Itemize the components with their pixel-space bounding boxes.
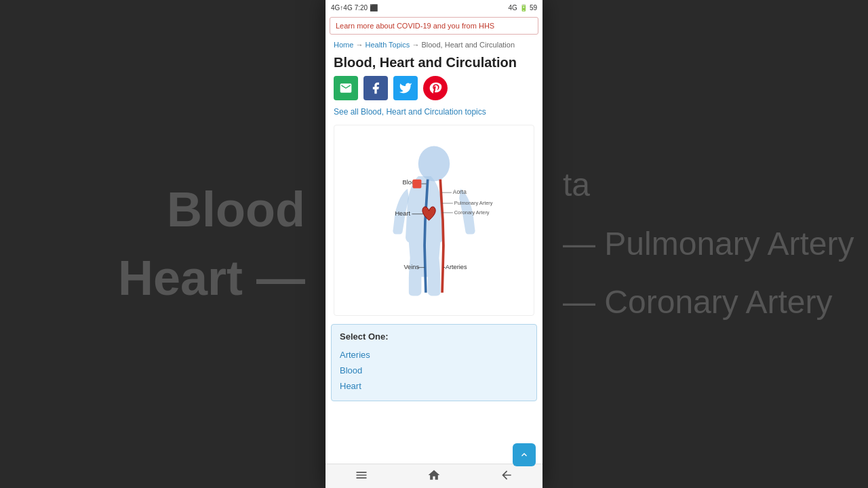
scroll-to-top-button[interactable]	[513, 443, 536, 466]
breadcrumb-current: Blood, Heart and Circulation	[421, 41, 515, 49]
covid-banner-text: Learn more about COVID-19 and you from H…	[336, 22, 494, 30]
status-left: 4G↑4G 7:20 ⬛	[331, 4, 378, 12]
camera-icon: ⬛	[370, 4, 378, 12]
main-content: Home → Health Topics → Blood, Heart and …	[326, 37, 542, 464]
select-box: Select One: Arteries Blood Heart	[331, 324, 537, 401]
bg-right-text: ta — Pulmonary Artery — Coronary Artery	[563, 156, 854, 331]
phone-frame: 4G↑4G 7:20 ⬛ 4G 🔋 59 Learn more about CO…	[326, 0, 542, 488]
anatomy-diagram: Blood 🩸 Blood Heart Aorta Pulmonary Arte…	[334, 125, 534, 316]
background-left: Blood Heart —	[0, 0, 326, 488]
twitter-share-button[interactable]	[393, 76, 418, 100]
svg-text:Coronary Artery: Coronary Artery	[454, 209, 490, 216]
body-illustration: Blood 🩸 Blood Heart Aorta Pulmonary Arte…	[346, 132, 522, 308]
pinterest-share-button[interactable]	[423, 76, 448, 100]
back-nav-button[interactable]	[500, 468, 513, 485]
email-icon	[339, 81, 353, 95]
background-right: ta — Pulmonary Artery — Coronary Artery	[542, 0, 868, 488]
email-share-button[interactable]	[334, 76, 358, 100]
time-display: 7:20	[355, 4, 368, 12]
svg-text:Pulmonary Artery: Pulmonary Artery	[454, 200, 493, 206]
pinterest-icon	[429, 81, 442, 95]
signal-indicator: 4G↑4G	[331, 4, 353, 12]
select-item-arteries[interactable]: Arteries	[340, 347, 528, 363]
facebook-icon	[369, 81, 382, 95]
select-label: Select One:	[340, 331, 528, 342]
menu-nav-button[interactable]	[355, 468, 368, 485]
page-title: Blood, Heart and Circulation	[326, 52, 542, 76]
status-bar: 4G↑4G 7:20 ⬛ 4G 🔋 59	[326, 0, 542, 15]
see-all-link[interactable]: See all Blood, Heart and Circulation top…	[326, 107, 542, 125]
breadcrumb: Home → Health Topics → Blood, Heart and …	[326, 37, 542, 52]
breadcrumb-health-topics[interactable]: Health Topics	[365, 41, 410, 49]
twitter-icon	[399, 81, 412, 95]
facebook-share-button[interactable]	[363, 76, 388, 100]
svg-text:Heart: Heart	[395, 210, 410, 217]
covid-banner[interactable]: Learn more about COVID-19 and you from H…	[330, 17, 538, 35]
svg-text:Arteries: Arteries	[446, 264, 467, 270]
breadcrumb-home[interactable]: Home	[334, 41, 353, 49]
svg-rect-6	[412, 180, 421, 188]
bottom-navigation	[326, 464, 542, 488]
bg-left-text: Blood Heart —	[118, 176, 305, 312]
svg-text:Veins: Veins	[403, 264, 419, 270]
svg-point-0	[418, 146, 450, 181]
breadcrumb-arrow-2: →	[412, 41, 419, 49]
hamburger-icon	[355, 468, 368, 482]
signal-strength: 4G	[509, 4, 517, 12]
select-item-blood[interactable]: Blood	[340, 363, 528, 378]
breadcrumb-arrow-1: →	[355, 41, 363, 49]
select-item-heart[interactable]: Heart	[340, 378, 528, 394]
chevron-up-icon	[519, 449, 530, 460]
battery-icon: 🔋	[519, 4, 528, 12]
home-icon	[427, 468, 441, 482]
status-right: 4G 🔋 59	[509, 4, 537, 12]
back-icon	[500, 468, 513, 482]
social-share-row	[326, 76, 542, 107]
home-nav-button[interactable]	[427, 468, 441, 485]
svg-text:Aorta: Aorta	[453, 188, 467, 195]
battery-level: 59	[530, 4, 537, 12]
